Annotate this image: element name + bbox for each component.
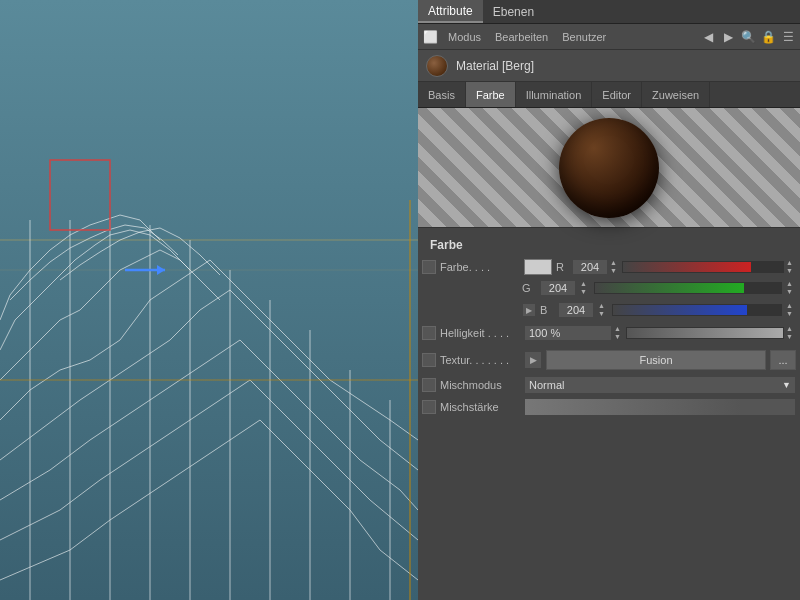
farbe-color-swatch[interactable] — [524, 259, 552, 275]
mischstaerke-row: Mischstärke — [418, 396, 800, 418]
tab-zuweisen[interactable]: Zuweisen — [642, 82, 710, 107]
svg-rect-0 — [0, 0, 418, 600]
forward-icon[interactable]: ▶ — [720, 29, 736, 45]
helligkeit-label: Helligkeit . . . . — [440, 327, 520, 339]
material-header: Material [Berg] — [418, 50, 800, 82]
g-label: G — [522, 282, 536, 294]
helligkeit-arrows[interactable]: ▲ ▼ — [614, 325, 624, 341]
b-bar — [612, 304, 782, 316]
g-bar-fill — [595, 283, 744, 293]
tab-farbe[interactable]: Farbe — [466, 82, 516, 107]
farbe-section: Farbe — [418, 234, 800, 256]
material-name: Material [Berg] — [456, 59, 534, 73]
b-bar-fill — [613, 305, 747, 315]
mischstaerke-label: Mischstärke — [440, 401, 520, 413]
helligkeit-row: Helligkeit . . . . 100 % ▲ ▼ ▲ ▼ — [418, 322, 800, 344]
textur-checkbox[interactable] — [422, 353, 436, 367]
r-bar-arrows[interactable]: ▲ ▼ — [786, 259, 796, 275]
tab-basis[interactable]: Basis — [418, 82, 466, 107]
mischmodus-dropdown[interactable]: Normal ▼ — [524, 376, 796, 394]
toolbar-bearbeiten[interactable]: Bearbeiten — [491, 29, 552, 45]
viewport-3d — [0, 0, 418, 600]
b-value[interactable]: 204 — [558, 302, 594, 318]
b-channel-row: ▶ B 204 ▲ ▼ ▲ ▼ — [418, 300, 800, 320]
toolbar-benutzer[interactable]: Benutzer — [558, 29, 610, 45]
right-panel: Attribute Ebenen ⬜ Modus Bearbeiten Benu… — [418, 0, 800, 600]
helligkeit-bar — [626, 327, 784, 339]
b-toggle[interactable]: ▶ — [522, 303, 536, 317]
helligkeit-value[interactable]: 100 % — [524, 325, 612, 341]
r-bar — [622, 261, 784, 273]
material-preview-area — [418, 108, 800, 228]
mischstaerke-bar[interactable] — [524, 398, 796, 416]
farbe-label: Farbe. . . . — [440, 261, 520, 273]
g-value[interactable]: 204 — [540, 280, 576, 296]
mischmodus-value: Normal — [529, 379, 564, 391]
mischmodus-checkbox[interactable] — [422, 378, 436, 392]
tab-illumination[interactable]: Illumination — [516, 82, 593, 107]
tab-ebenen[interactable]: Ebenen — [483, 0, 544, 23]
textur-toggle[interactable]: ▶ — [524, 351, 542, 369]
helligkeit-bar-arrows[interactable]: ▲ ▼ — [786, 325, 796, 341]
farbe-checkbox[interactable] — [422, 260, 436, 274]
properties-panel: Farbe Farbe. . . . R 204 ▲ ▼ ▲ ▼ — [418, 228, 800, 424]
farbe-color-row: Farbe. . . . R 204 ▲ ▼ ▲ ▼ — [418, 256, 800, 278]
g-channel-row: G 204 ▲ ▼ ▲ ▼ — [418, 278, 800, 298]
mischmodus-arrow: ▼ — [782, 380, 791, 390]
material-preview-small — [426, 55, 448, 77]
material-preview-sphere — [559, 118, 659, 218]
b-bar-arrows[interactable]: ▲ ▼ — [786, 302, 796, 318]
top-tab-bar: Attribute Ebenen — [418, 0, 800, 24]
tab-attribute[interactable]: Attribute — [418, 0, 483, 23]
g-bar-arrows[interactable]: ▲ ▼ — [786, 280, 796, 296]
textur-fusion-btn[interactable]: Fusion — [546, 350, 766, 370]
toolbar-modus[interactable]: Modus — [444, 29, 485, 45]
mischstaerke-checkbox[interactable] — [422, 400, 436, 414]
textur-row: Textur. . . . . . . ▶ Fusion ... — [418, 348, 800, 372]
helligkeit-bar-fill — [627, 328, 783, 338]
back-icon[interactable]: ◀ — [700, 29, 716, 45]
main-tab-bar: Basis Farbe Illumination Editor Zuweisen — [418, 82, 800, 108]
mischmodus-row: Mischmodus Normal ▼ — [418, 374, 800, 396]
r-value[interactable]: 204 — [572, 259, 608, 275]
menu-icon[interactable]: ☰ — [780, 29, 796, 45]
r-bar-fill — [623, 262, 751, 272]
search-icon[interactable]: 🔍 — [740, 29, 756, 45]
toolbar: ⬜ Modus Bearbeiten Benutzer ◀ ▶ 🔍 🔒 ☰ — [418, 24, 800, 50]
toolbar-icon-1: ⬜ — [422, 29, 438, 45]
mischmodus-label: Mischmodus — [440, 379, 520, 391]
g-arrows[interactable]: ▲ ▼ — [580, 280, 590, 296]
b-label: B — [540, 304, 554, 316]
textur-label: Textur. . . . . . . — [440, 354, 520, 366]
lock-icon[interactable]: 🔒 — [760, 29, 776, 45]
tab-editor[interactable]: Editor — [592, 82, 642, 107]
textur-more-btn[interactable]: ... — [770, 350, 796, 370]
g-bar — [594, 282, 782, 294]
helligkeit-checkbox[interactable] — [422, 326, 436, 340]
r-arrows[interactable]: ▲ ▼ — [610, 259, 620, 275]
b-arrows[interactable]: ▲ ▼ — [598, 302, 608, 318]
r-label: R — [556, 261, 570, 273]
farbe-section-label: Farbe — [422, 234, 471, 256]
